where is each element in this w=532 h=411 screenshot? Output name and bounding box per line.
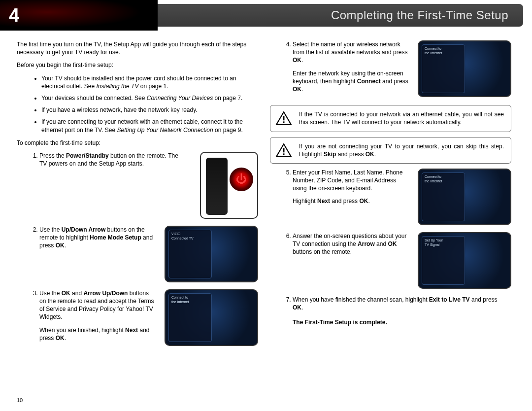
step-5: Enter your First Name, Last Name, Phone … [293,169,511,225]
info-box-ethernet: If the TV is connected to your network v… [270,105,511,132]
chapter-header: 4 Completing the First-Time Setup [0,0,532,31]
page-title: Completing the First-Time Setup [331,7,508,23]
steps-list-right: Select the name of your wireless network… [270,40,511,98]
step-7: When you have finished the channel scan,… [293,296,511,311]
list-item: If you have a wireless network, have the… [41,106,258,114]
screenshot-tvsignal: Set Up YourTV Signal [418,232,511,289]
screenshot-wireless: Connect tothe Internet [418,40,511,97]
warning-icon [275,143,292,158]
warning-icon [275,111,292,126]
prerequisite-list: Your TV should be installed and the powe… [17,74,258,134]
step-1: Press the Power/Standby button on the re… [39,152,258,219]
intro-text: The first time you turn on the TV, the S… [17,40,258,56]
chapter-badge: 4 [0,0,158,31]
chapter-number: 4 [9,3,19,28]
step-6: Answer the on-screen questions about you… [293,232,511,289]
list-item: If you are connecting to your network wi… [41,118,258,134]
svg-rect-2 [283,148,285,152]
to-complete-heading: To complete the first-time setup: [17,139,258,147]
step-3: Use the OK and Arrow Up/Down buttons on … [39,289,258,347]
svg-rect-3 [283,153,285,155]
before-heading: Before you begin the first-time setup: [17,61,258,69]
steps-list-right-2: Enter your First Name, Last Name, Phone … [270,169,511,311]
info-box-skip: If you are not connecting your TV to you… [270,137,511,164]
steps-list-left: Press the Power/Standby button on the re… [17,152,258,347]
right-column: Select the name of your wireless network… [270,40,511,354]
screenshot-userinfo: Connect tothe Internet [418,169,511,225]
step-2: Use the Up/Down Arrow buttons on the rem… [39,226,258,282]
page-number: 10 [17,397,23,404]
screenshot-terms: Connect tothe Internet [165,289,258,346]
completion-text: The First-Time Setup is complete. [293,318,511,326]
screenshot-home-mode: VIZIOConnected TV [165,226,258,282]
svg-rect-1 [283,122,285,123]
left-column: The first time you turn on the TV, the S… [17,40,258,354]
screenshot-remote-power [200,152,258,219]
list-item: Your devices should be connected. See Co… [41,94,258,102]
svg-rect-0 [283,116,285,121]
power-icon [230,168,253,191]
list-item: Your TV should be installed and the powe… [41,74,258,90]
step-4: Select the name of your wireless network… [293,40,511,98]
